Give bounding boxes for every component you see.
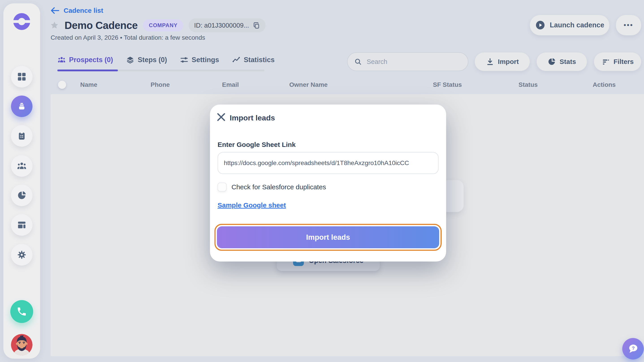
import-leads-modal: Import leads Enter Google Sheet Link Che… — [210, 105, 446, 261]
select-all-checkbox[interactable] — [58, 81, 66, 89]
duplicates-checkbox[interactable] — [218, 183, 226, 192]
more-actions-button[interactable]: ••• — [616, 15, 641, 36]
sidebar-item-templates[interactable] — [11, 214, 32, 236]
stats-button-label: Stats — [560, 58, 576, 66]
launch-cadence-button[interactable]: Launch cadence — [530, 15, 610, 36]
pie-chart-icon — [17, 190, 27, 200]
page-title: Demo Cadence — [64, 19, 138, 32]
tab-underline-active — [57, 70, 118, 71]
steps-layers-icon — [126, 56, 134, 64]
gear-icon — [16, 250, 27, 260]
sidebar-item-tasks[interactable] — [11, 125, 32, 147]
salesforce-duplicates-option[interactable]: Check for Salesforce duplicates — [218, 183, 326, 192]
sidebar-item-dashboard[interactable] — [11, 66, 32, 88]
column-header-status[interactable]: Status — [518, 81, 538, 88]
import-button-label: Import — [498, 58, 519, 66]
stats-button[interactable]: Stats — [536, 52, 587, 71]
cadence-id-pill[interactable]: ID: a01J3000009... — [189, 19, 266, 32]
tab-statistics-label: Statistics — [244, 56, 275, 64]
sidebar-item-cadences[interactable] — [11, 96, 32, 117]
column-header-actions[interactable]: Actions — [593, 81, 616, 88]
back-link-label: Cadence list — [64, 7, 103, 14]
favorite-star-icon[interactable] — [50, 21, 59, 30]
settings-sliders-icon — [180, 56, 188, 64]
column-header-phone[interactable]: Phone — [150, 81, 170, 88]
cadence-type-badge: COMPANY — [143, 19, 183, 32]
prospects-people-icon — [57, 56, 66, 64]
tab-settings[interactable]: Settings — [180, 56, 219, 64]
app-logo-icon[interactable] — [12, 12, 31, 31]
filters-button-label: Filters — [614, 58, 634, 66]
sidebar — [3, 3, 40, 359]
column-header-sf-status[interactable]: SF Status — [433, 81, 462, 88]
duplicates-checkbox-label: Check for Salesforce duplicates — [232, 183, 326, 191]
sample-google-sheet-link[interactable]: Sample Google sheet — [218, 201, 286, 209]
tab-prospects[interactable]: Prospects (0) — [57, 56, 113, 64]
layout-icon — [17, 220, 27, 230]
title-row: Demo Cadence COMPANY ID: a01J3000009... — [50, 19, 266, 32]
column-header-owner[interactable]: Owner Name — [289, 81, 328, 88]
launch-cadence-label: Launch cadence — [550, 21, 604, 29]
clipboard-icon — [17, 131, 27, 141]
submit-highlight-ring: Import leads — [214, 224, 442, 251]
download-icon — [486, 58, 494, 66]
filters-button[interactable]: Filters — [594, 52, 641, 71]
play-circle-icon — [535, 20, 546, 30]
cadence-stack-icon — [16, 101, 27, 112]
phone-icon — [16, 306, 27, 317]
copy-icon[interactable] — [252, 22, 260, 29]
filters-icon — [602, 58, 610, 66]
sidebar-item-analytics[interactable] — [11, 185, 32, 206]
help-bubble-icon: ? — [626, 342, 640, 355]
tab-steps-label: Steps (0) — [138, 56, 167, 64]
tab-steps[interactable]: Steps (0) — [126, 56, 167, 64]
search-icon — [354, 58, 362, 66]
tab-prospects-label: Prospects (0) — [69, 56, 113, 64]
close-icon[interactable] — [216, 112, 226, 122]
avatar[interactable] — [11, 334, 32, 355]
column-header-email[interactable]: Email — [222, 81, 239, 88]
help-button[interactable]: ? — [622, 338, 644, 359]
statistics-line-icon — [232, 56, 241, 64]
people-icon — [16, 161, 27, 171]
svg-text:?: ? — [632, 345, 635, 351]
back-arrow-icon — [51, 7, 60, 14]
grid-icon — [16, 72, 27, 82]
back-to-cadence-list[interactable]: Cadence list — [51, 7, 103, 14]
import-button[interactable]: Import — [474, 52, 530, 71]
import-leads-submit-button[interactable]: Import leads — [217, 226, 439, 248]
modal-title: Import leads — [230, 114, 275, 122]
created-info: Created on April 3, 2026 • Total duratio… — [51, 34, 205, 41]
dialer-button[interactable] — [10, 300, 33, 323]
sidebar-item-contacts[interactable] — [11, 155, 32, 177]
tab-settings-label: Settings — [192, 56, 219, 64]
search-input[interactable] — [367, 58, 461, 66]
column-header-name[interactable]: Name — [80, 81, 97, 88]
stats-pie-icon — [548, 58, 556, 66]
sheet-link-input[interactable] — [218, 152, 438, 174]
cadence-id-label: ID: a01J3000009... — [194, 22, 249, 29]
sidebar-item-settings[interactable] — [11, 244, 32, 265]
sheet-link-label: Enter Google Sheet Link — [218, 141, 296, 149]
tab-statistics[interactable]: Statistics — [232, 56, 275, 64]
search-box[interactable] — [347, 52, 468, 71]
tab-bar: Prospects (0) Steps (0) Settings Statist… — [57, 56, 274, 64]
user-avatar-image — [11, 334, 32, 355]
